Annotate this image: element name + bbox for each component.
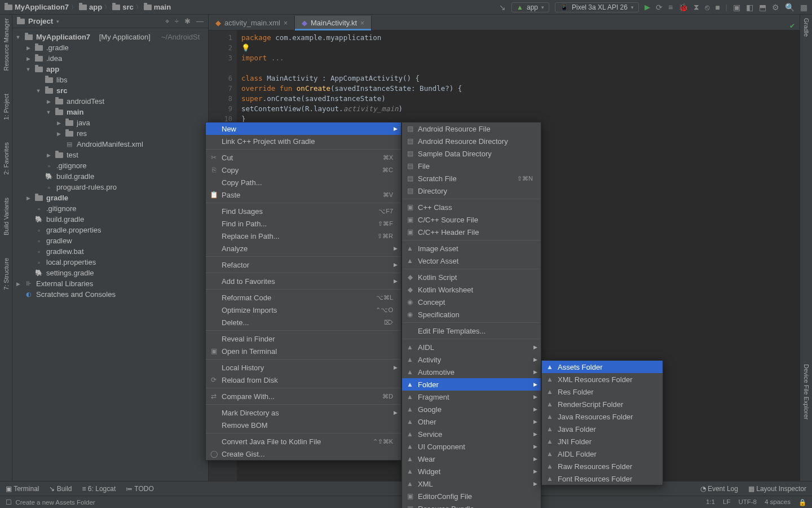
tree-item[interactable]: ▼src [12, 85, 208, 96]
menu-item[interactable]: Find Usages⌥F7 [206, 205, 401, 217]
menu-item[interactable]: ▲AIDL Folder [542, 448, 663, 460]
tree-item[interactable]: ▶androidTest [12, 96, 208, 107]
menu-item[interactable]: Delete...⌦ [206, 316, 401, 329]
rail-gradle[interactable]: Gradle [803, 18, 810, 37]
menu-item[interactable]: ▣C/C++ Source File [402, 213, 541, 226]
menu-item[interactable]: Analyze▶ [206, 242, 401, 255]
avd-icon[interactable]: ▣ [733, 3, 740, 12]
stop-icon[interactable]: ■ [715, 3, 720, 12]
menu-item[interactable]: ▲Google▶ [402, 403, 541, 415]
close-icon[interactable]: × [360, 19, 364, 27]
menu-item[interactable]: ▣Resource Bundle [402, 502, 541, 508]
tree-item[interactable]: libs [12, 75, 208, 85]
attach-icon[interactable]: ⎋ [705, 3, 709, 12]
tree-external-libs[interactable]: ▶⊪External Libraries [12, 278, 208, 289]
rail-device-file-explorer[interactable]: Device File Explorer [803, 364, 810, 419]
menu-item[interactable]: ▲Assets Folder [542, 361, 663, 373]
menu-item[interactable]: ▲XML▶ [402, 478, 541, 490]
menu-item[interactable]: ▲RenderScript Folder [542, 398, 663, 410]
target-icon[interactable]: ⌖ [165, 17, 169, 26]
sdk-icon[interactable]: ◧ [746, 3, 753, 12]
menu-item[interactable]: 📋Paste⌘V [206, 189, 401, 201]
project-view-dropdown[interactable]: Project [28, 17, 53, 25]
panel-event-log[interactable]: ◔ Event Log [700, 485, 738, 493]
menu-item[interactable]: ◉Specification [402, 308, 541, 321]
hammer-icon[interactable]: ↘ [499, 3, 506, 12]
menu-item[interactable]: ▲JNI Folder [542, 435, 663, 448]
status-balloon-icon[interactable]: ☐ [6, 498, 12, 506]
tree-item[interactable]: ▶gradle [12, 192, 208, 203]
menu-item[interactable]: ▲Other▶ [402, 415, 541, 428]
overflow-icon[interactable]: ▦ [800, 3, 807, 12]
inspection-ok-icon[interactable]: ✔ [789, 22, 795, 30]
tree-item[interactable]: ▶.gradle [12, 42, 208, 53]
menu-item[interactable]: Mark Directory as▶ [206, 406, 401, 419]
tree-item[interactable]: ▫proguard-rules.pro [12, 182, 208, 192]
project-tree[interactable]: ▼MyApplication7 [My Application] ~/Andro… [12, 28, 208, 491]
tree-item[interactable]: 🐘build.gradle [12, 214, 208, 225]
menu-item[interactable]: Reformat Code⌥⌘L [206, 291, 401, 304]
panel-logcat[interactable]: ≡ 6: Logcat [82, 485, 116, 493]
menu-item[interactable]: ▲Image Asset [402, 242, 541, 255]
menu-item[interactable]: Refactor▶ [206, 259, 401, 271]
breadcrumb-item[interactable]: main [154, 3, 171, 11]
menu-item[interactable]: ◆Kotlin Worksheet [402, 283, 541, 296]
menu-item[interactable]: ▲Java Resources Folder [542, 410, 663, 423]
rail-resource-manager[interactable]: Resource Manager [3, 18, 10, 71]
expand-icon[interactable]: ÷ [175, 17, 179, 26]
menu-item[interactable]: ▤Sample Data Directory [402, 147, 541, 160]
panel-todo[interactable]: ≔ TODO [126, 485, 154, 493]
menu-item[interactable]: ⇄Compare With...⌘D [206, 390, 401, 402]
menu-item[interactable]: ▲Activity▶ [402, 353, 541, 366]
status-caret[interactable]: 1:1 [706, 498, 715, 506]
status-line-ending[interactable]: LF [723, 498, 730, 506]
menu-item[interactable]: New▶ [206, 122, 401, 135]
rail-build-variants[interactable]: Build Variants [3, 198, 10, 235]
settings-icon[interactable]: ⚙ [772, 3, 779, 12]
menu-item[interactable]: ▤Directory [402, 185, 541, 197]
status-indent[interactable]: 4 spaces [765, 498, 791, 506]
menu-item[interactable]: ▲Widget▶ [402, 465, 541, 478]
tree-item[interactable]: ▶test [12, 150, 208, 160]
menu-item[interactable]: Optimize Imports⌃⌥O [206, 304, 401, 316]
menu-item[interactable]: ▣EditorConfig File [402, 490, 541, 502]
menu-item[interactable]: ▣C++ Class [402, 201, 541, 213]
tree-item-main[interactable]: ▼main [12, 107, 208, 117]
menu-item[interactable]: ▲Res Folder [542, 386, 663, 398]
menu-item[interactable]: ▲Wear▶ [402, 453, 541, 465]
run-button[interactable]: ▶ [645, 3, 650, 11]
menu-item[interactable]: Convert Java File to Kotlin File⌃⇧⌘K [206, 435, 401, 448]
menu-item[interactable]: ▲Vector Asset [402, 255, 541, 267]
tree-item[interactable]: ▫gradle.properties [12, 225, 208, 235]
menu-item[interactable]: ▣C/C++ Header File [402, 226, 541, 238]
menu-item[interactable]: ▲Raw Resources Folder [542, 460, 663, 472]
tree-item[interactable]: ▶java [12, 117, 208, 128]
tree-item[interactable]: ▫.gitignore [12, 203, 208, 214]
status-encoding[interactable]: UTF-8 [738, 498, 757, 506]
tree-item[interactable]: 🐘settings.gradle [12, 268, 208, 278]
menu-item[interactable]: ▤Scratch File⇧⌘N [402, 172, 541, 185]
menu-item[interactable]: ▲Automotive▶ [402, 366, 541, 378]
device-dropdown[interactable]: 📱Pixel 3a XL API 26▾ [555, 2, 639, 12]
rail-project[interactable]: 1: Project [3, 94, 10, 120]
tree-item[interactable]: ▼app [12, 64, 208, 75]
menu-item[interactable]: ▤Android Resource File [402, 122, 541, 135]
tree-item[interactable]: ▫local.properties [12, 257, 208, 268]
menu-item[interactable]: ▲Service▶ [402, 428, 541, 440]
menu-item[interactable]: ▲Folder▶ [402, 378, 541, 391]
menu-item[interactable]: ▤File [402, 160, 541, 172]
sync-icon[interactable]: ⬒ [759, 3, 766, 12]
menu-item[interactable]: ▤Android Resource Directory [402, 135, 541, 147]
rail-favorites[interactable]: 2: Favorites [3, 142, 10, 174]
tree-item[interactable]: ▶.idea [12, 53, 208, 64]
menu-item[interactable]: Reveal in Finder [206, 332, 401, 345]
menu-item[interactable]: Find in Path...⇧⌘F [206, 217, 401, 230]
menu-item[interactable]: Link C++ Project with Gradle [206, 135, 401, 147]
menu-item[interactable]: Copy Path... [206, 176, 401, 189]
menu-item[interactable]: ◉Concept [402, 296, 541, 308]
tree-item[interactable]: ▫.gitignore [12, 160, 208, 171]
breadcrumb-item[interactable]: MyApplication7 [15, 3, 69, 11]
tree-item[interactable]: ▫gradlew [12, 235, 208, 246]
search-icon[interactable]: 🔍 [785, 3, 795, 12]
menu-item[interactable]: ◆Kotlin Script [402, 271, 541, 283]
